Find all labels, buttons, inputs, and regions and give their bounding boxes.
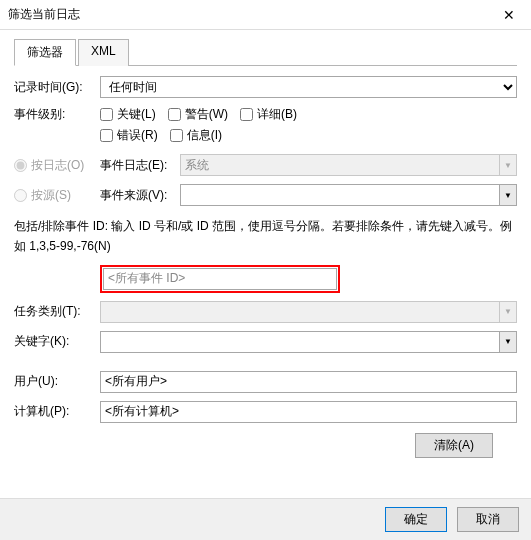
label-keywords: 关键字(K): — [14, 333, 100, 350]
label-logged: 记录时间(G): — [14, 79, 100, 96]
chk-error-label: 错误(R) — [117, 127, 158, 144]
row-logged: 记录时间(G): 任何时间 — [14, 76, 517, 98]
chk-warning-label: 警告(W) — [185, 106, 228, 123]
radio-bylog-label: 按日志(O) — [31, 157, 84, 174]
row-eventid — [14, 265, 517, 293]
row-user: 用户(U): — [14, 371, 517, 393]
label-level: 事件级别: — [14, 106, 100, 123]
row-level-1: 事件级别: 关键(L) 警告(W) 详细(B) — [14, 106, 517, 123]
dialog-body: 筛选器 XML 记录时间(G): 任何时间 事件级别: 关键(L) 警告(W) … — [0, 30, 531, 466]
logged-select[interactable]: 任何时间 — [100, 76, 517, 98]
close-icon[interactable]: ✕ — [495, 7, 523, 23]
row-bylog: 按日志(O) 事件日志(E): ▼ — [14, 154, 517, 176]
chk-verbose[interactable] — [240, 108, 253, 121]
row-task: 任务类别(T): ▼ — [14, 301, 517, 323]
eventlogs-input — [180, 154, 499, 176]
eventid-input[interactable] — [103, 268, 337, 290]
titlebar: 筛选当前日志 ✕ — [0, 0, 531, 30]
keywords-combo[interactable]: ▼ — [100, 331, 517, 353]
ok-button[interactable]: 确定 — [385, 507, 447, 532]
keywords-input[interactable] — [100, 331, 499, 353]
task-combo: ▼ — [100, 301, 517, 323]
chk-critical[interactable] — [100, 108, 113, 121]
label-eventlogs: 事件日志(E): — [100, 157, 180, 174]
window-title: 筛选当前日志 — [8, 6, 80, 23]
help-text: 包括/排除事件 ID: 输入 ID 号和/或 ID 范围，使用逗号分隔。若要排除… — [14, 216, 517, 257]
clear-button[interactable]: 清除(A) — [415, 433, 493, 458]
chevron-down-icon[interactable]: ▼ — [499, 331, 517, 353]
chk-critical-label: 关键(L) — [117, 106, 156, 123]
task-input — [100, 301, 499, 323]
eventsources-input[interactable] — [180, 184, 499, 206]
radio-bylog — [14, 159, 27, 172]
chk-info-label: 信息(I) — [187, 127, 222, 144]
footer: 确定 取消 — [0, 498, 531, 540]
label-eventsources: 事件来源(V): — [100, 187, 180, 204]
eventsources-combo[interactable]: ▼ — [180, 184, 517, 206]
row-computer: 计算机(P): — [14, 401, 517, 423]
user-input[interactable] — [100, 371, 517, 393]
tab-filter[interactable]: 筛选器 — [14, 39, 76, 66]
chk-verbose-label: 详细(B) — [257, 106, 297, 123]
radio-bysource — [14, 189, 27, 202]
cancel-button[interactable]: 取消 — [457, 507, 519, 532]
eventid-highlight — [100, 265, 340, 293]
tab-xml[interactable]: XML — [78, 39, 129, 66]
radio-bysource-label: 按源(S) — [31, 187, 71, 204]
computer-input[interactable] — [100, 401, 517, 423]
eventlogs-combo: ▼ — [180, 154, 517, 176]
chk-info[interactable] — [170, 129, 183, 142]
chk-error[interactable] — [100, 129, 113, 142]
chevron-down-icon: ▼ — [499, 154, 517, 176]
label-task: 任务类别(T): — [14, 303, 100, 320]
tab-strip: 筛选器 XML — [14, 38, 517, 66]
chevron-down-icon: ▼ — [499, 301, 517, 323]
chevron-down-icon[interactable]: ▼ — [499, 184, 517, 206]
chk-warning[interactable] — [168, 108, 181, 121]
label-computer: 计算机(P): — [14, 403, 100, 420]
label-user: 用户(U): — [14, 373, 100, 390]
row-keywords: 关键字(K): ▼ — [14, 331, 517, 353]
row-bysource: 按源(S) 事件来源(V): ▼ — [14, 184, 517, 206]
row-level-2: 错误(R) 信息(I) — [14, 127, 517, 144]
